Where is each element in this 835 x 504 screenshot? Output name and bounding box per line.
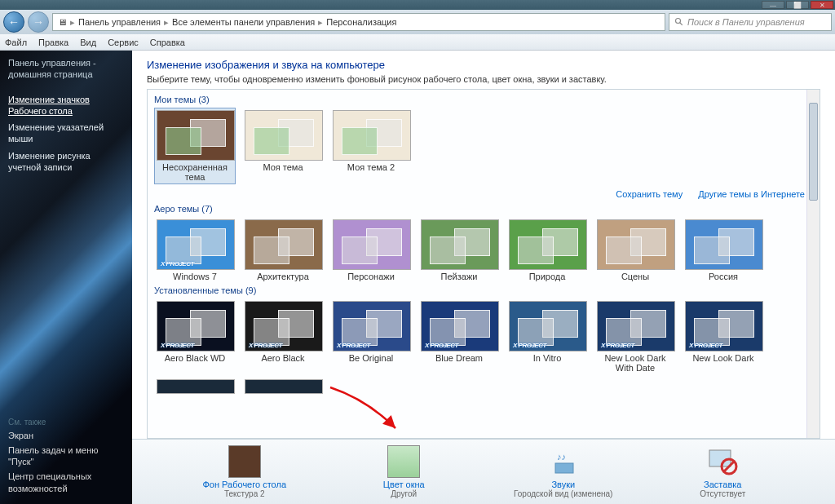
theme-label: Моя тема	[245, 162, 321, 172]
save-theme-link[interactable]: Сохранить тему	[616, 189, 683, 199]
theme-label: Be Original	[333, 353, 409, 363]
option-sub: Отсутствует	[665, 489, 780, 498]
search-placeholder: Поиск в Панели управления	[687, 17, 805, 27]
option-sub: Текстура 2	[188, 489, 302, 498]
sidebar-link-account-picture[interactable]: Изменение рисунка учетной записи	[8, 150, 124, 174]
theme-item[interactable]: Персонажи	[330, 217, 412, 284]
theme-thumbnail	[685, 219, 763, 270]
theme-thumbnail: X PROJECT	[245, 301, 323, 351]
theme-label: Несохраненная тема	[157, 162, 233, 182]
maximize-button[interactable]: ⬜	[786, 1, 809, 9]
theme-thumbnail	[509, 219, 587, 270]
screensaver-icon	[706, 445, 739, 478]
color-swatch-icon	[387, 445, 420, 478]
search-input[interactable]: Поиск в Панели управления	[669, 13, 832, 31]
theme-thumbnail	[157, 110, 235, 161]
theme-thumbnail	[245, 379, 323, 394]
theme-thumbnail: X PROJECT	[421, 301, 499, 351]
theme-item[interactable]	[242, 377, 324, 398]
theme-item[interactable]: Моя тема 2	[330, 108, 412, 184]
window-title-bar: — ⬜ ✕	[0, 0, 835, 10]
menu-edit[interactable]: Правка	[38, 38, 68, 47]
sidebar-link-mouse-pointers[interactable]: Изменение указателей мыши	[8, 122, 124, 145]
theme-label: Aero Black	[245, 353, 321, 363]
option-label: Фон Рабочего стола	[188, 480, 302, 489]
sidebar: Панель управления - домашняя страница Из…	[0, 51, 132, 504]
bottom-options-bar: Фон Рабочего стола Текстура 2 Цвет окна …	[132, 439, 835, 504]
theme-item[interactable]: X PROJECTNew Look Dark With Date	[594, 298, 676, 375]
themes-panel: Мои темы (3) Несохраненная темаМоя темаМ…	[147, 89, 820, 439]
main-content: Изменение изображения и звука на компьют…	[132, 51, 835, 504]
menu-file[interactable]: Файл	[5, 38, 27, 47]
sidebar-link-desktop-icons[interactable]: Изменение значков Рабочего стола	[8, 94, 124, 117]
sidebar-link-display[interactable]: Экран	[8, 430, 124, 441]
theme-item[interactable]: Архитектура	[242, 217, 324, 284]
online-themes-link[interactable]: Другие темы в Интернете	[698, 189, 805, 199]
breadcrumb[interactable]: Панель управления	[78, 17, 161, 27]
sounds-icon: ♪♪	[547, 445, 580, 478]
theme-label: Windows 7	[157, 272, 233, 281]
section-my-themes: Мои темы (3)	[154, 95, 813, 104]
scroll-thumb[interactable]	[809, 103, 818, 201]
breadcrumb[interactable]: Все элементы панели управления	[172, 17, 315, 27]
minimize-button[interactable]: —	[762, 1, 784, 9]
sounds-option[interactable]: ♪♪ Звуки Городской вид (изменена)	[506, 445, 621, 498]
sidebar-link-taskbar[interactable]: Панель задач и меню "Пуск"	[8, 444, 124, 468]
window-color-option[interactable]: Цвет окна Другой	[347, 445, 461, 498]
theme-label: Сцены	[597, 272, 674, 281]
sidebar-link-ease-of-access[interactable]: Центр специальных возможностей	[8, 471, 124, 494]
theme-label: Blue Dream	[421, 353, 497, 363]
theme-item[interactable]: Сцены	[594, 217, 676, 284]
theme-thumbnail	[245, 219, 323, 270]
chevron-right-icon: ▸	[318, 17, 323, 28]
menu-tools[interactable]: Сервис	[108, 38, 139, 47]
scrollbar[interactable]	[806, 90, 820, 438]
sidebar-home-link[interactable]: Панель управления - домашняя страница	[8, 57, 124, 81]
theme-item[interactable]: X PROJECTBlue Dream	[418, 298, 500, 375]
option-label: Заставка	[665, 480, 780, 489]
theme-item[interactable]: Пейзажи	[418, 217, 500, 284]
theme-item[interactable]: X PROJECTAero Black WD	[154, 298, 236, 375]
theme-label: Природа	[509, 272, 585, 281]
theme-label: Архитектура	[245, 272, 321, 281]
menu-view[interactable]: Вид	[80, 38, 96, 47]
close-button[interactable]: ✕	[811, 1, 833, 9]
svg-line-1	[680, 23, 683, 25]
theme-label: Пейзажи	[421, 272, 497, 281]
address-bar[interactable]: 🖥 ▸ Панель управления ▸ Все элементы пан…	[52, 13, 665, 31]
theme-thumbnail: X PROJECT	[333, 301, 411, 351]
breadcrumb[interactable]: Персонализация	[326, 17, 396, 27]
theme-thumbnail	[333, 219, 411, 270]
theme-item[interactable]: Природа	[506, 217, 588, 284]
theme-item[interactable]: Россия	[683, 217, 764, 284]
theme-thumbnail	[597, 219, 675, 270]
theme-item[interactable]	[154, 377, 236, 398]
theme-item[interactable]: X PROJECTBe Original	[330, 298, 412, 375]
chevron-right-icon: ▸	[70, 17, 75, 28]
section-installed-themes: Установленные темы (9)	[154, 285, 813, 295]
theme-label: In Vitro	[509, 353, 585, 363]
search-icon	[674, 17, 684, 27]
theme-label: Моя тема 2	[333, 162, 409, 172]
theme-item[interactable]: Несохраненная тема	[154, 108, 236, 184]
theme-item[interactable]: X PROJECTWindows 7	[154, 217, 236, 284]
menu-bar: Файл Правка Вид Сервис Справка	[0, 34, 835, 51]
forward-button[interactable]: →	[28, 11, 49, 33]
theme-item[interactable]: Моя тема	[242, 108, 324, 184]
theme-item[interactable]: X PROJECTAero Black	[242, 298, 324, 375]
back-button[interactable]: ←	[3, 11, 24, 33]
desktop-background-option[interactable]: Фон Рабочего стола Текстура 2	[188, 445, 302, 498]
computer-icon: 🖥	[58, 17, 67, 27]
theme-thumbnail: X PROJECT	[157, 301, 235, 351]
theme-thumbnail	[333, 110, 411, 161]
theme-thumbnail	[245, 110, 323, 161]
theme-thumbnail	[421, 219, 499, 270]
svg-point-0	[676, 19, 681, 24]
screensaver-option[interactable]: Заставка Отсутствует	[665, 445, 780, 498]
wallpaper-icon	[228, 445, 261, 478]
theme-item[interactable]: X PROJECTIn Vitro	[506, 298, 588, 375]
theme-item[interactable]: X PROJECTNew Look Dark	[683, 298, 764, 375]
svg-text:♪♪: ♪♪	[557, 452, 566, 462]
navigation-bar: ← → 🖥 ▸ Панель управления ▸ Все элементы…	[0, 10, 835, 34]
menu-help[interactable]: Справка	[150, 38, 185, 47]
